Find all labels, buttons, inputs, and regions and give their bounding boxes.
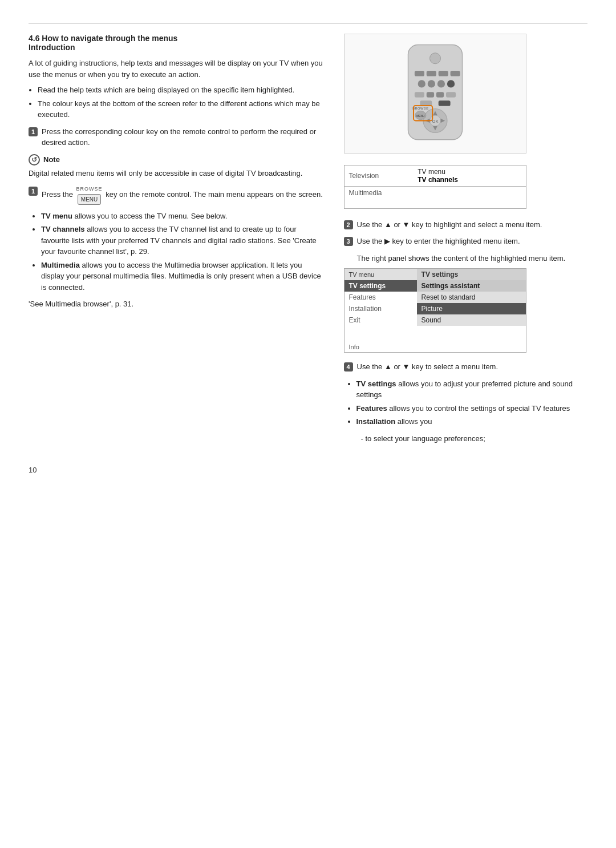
tv-settings-table: TV menu TV settings TV settings Settings… <box>344 268 526 353</box>
settings-row-1: Features Reset to standard <box>344 292 526 303</box>
menu-bullets: TV menu allows you to access the TV menu… <box>41 211 327 293</box>
page-number: 10 <box>29 466 587 474</box>
svg-rect-2 <box>414 71 424 76</box>
step-3b-text: The right panel shows the content of the… <box>357 253 588 264</box>
step-4-block: 4 Use the ▲ or ▼ key to select a menu it… <box>344 361 588 373</box>
svg-rect-5 <box>450 71 460 76</box>
settings-picture: Picture <box>417 303 526 314</box>
settings-row-0: TV settings Settings assistant <box>344 280 526 292</box>
step4-bullet-installation: Installation allows you <box>356 416 588 427</box>
svg-point-9 <box>447 80 454 87</box>
tv-menu-empty-row <box>344 199 526 208</box>
settings-reset: Reset to standard <box>417 292 526 303</box>
step-2-block: 2 Use the ▲ or ▼ key to highlight and se… <box>344 219 588 231</box>
step-1-text: Press the corresponding colour key on th… <box>42 126 327 148</box>
settings-installation: Installation <box>344 303 417 314</box>
remote-img-box: OK BROWSE MENU <box>344 34 526 154</box>
settings-row-2: Installation Picture <box>344 303 526 314</box>
step-1b-text: Press the BROWSE MENU key on the remote … <box>42 185 323 205</box>
note-header: ↺ Note <box>29 154 327 165</box>
settings-assistant: Settings assistant <box>417 280 526 292</box>
top-divider <box>29 23 587 23</box>
step-1-num: 1 <box>29 127 38 136</box>
settings-tv-settings: TV settings <box>344 280 417 292</box>
step4-bullet-features: Features allows you to control the setti… <box>356 403 588 414</box>
svg-rect-10 <box>414 92 424 98</box>
intro-bullets: Read the help texts which are being disp… <box>38 84 327 120</box>
settings-sound: Sound <box>417 314 526 326</box>
note-label: Note <box>43 155 60 164</box>
settings-row-4 <box>344 326 526 334</box>
note-block: ↺ Note Digital related menu items will o… <box>29 154 327 179</box>
tv-menu-header-row: Television TV menu TV channels <box>344 165 526 187</box>
menu-key-inline: BROWSE MENU <box>76 185 103 205</box>
svg-rect-13 <box>446 92 456 98</box>
right-column: OK BROWSE MENU Telev <box>344 34 588 449</box>
remote-svg: OK BROWSE MENU <box>384 39 487 148</box>
svg-rect-15 <box>438 100 450 106</box>
svg-text:MENU: MENU <box>416 115 425 118</box>
svg-rect-4 <box>438 71 448 76</box>
tv-menu-row2: Multimedia <box>344 187 526 200</box>
menu-bullet-tv: TV menu allows you to access the TV menu… <box>41 211 327 222</box>
settings-info: Info <box>344 342 417 353</box>
settings-col1-header: TV menu <box>344 269 417 281</box>
note-icon: ↺ <box>29 154 40 165</box>
page-container: 4.6 How to navigate through the menus In… <box>29 23 587 474</box>
svg-rect-11 <box>426 92 433 98</box>
step-1b-block: 1 Press the BROWSE MENU key on the remot… <box>29 185 327 205</box>
menu-key-box: MENU <box>78 194 101 205</box>
svg-rect-3 <box>426 71 436 76</box>
multimedia-note: 'See Multimedia browser', p. 31. <box>29 298 327 310</box>
tv-menu-multimedia-right <box>413 187 526 200</box>
svg-text:OK: OK <box>432 119 438 124</box>
step-2-num: 2 <box>344 220 353 229</box>
step-1b-num: 1 <box>29 187 38 196</box>
settings-exit: Exit <box>344 314 417 326</box>
step4-bullet-tv-settings: TV settings allows you to adjust your pr… <box>356 378 588 401</box>
settings-row-3: Exit Sound <box>344 314 526 326</box>
left-column: 4.6 How to navigate through the menus In… <box>29 34 327 449</box>
settings-row-5 <box>344 334 526 342</box>
step-1-block: 1 Press the corresponding colour key on … <box>29 126 327 148</box>
step-3-block: 3 Use the ▶ key to enter the highlighted… <box>344 236 588 247</box>
step-2-text: Use the ▲ or ▼ key to highlight and sele… <box>357 219 542 231</box>
tv-menu-multimedia: Multimedia <box>344 187 413 200</box>
tv-menu-table: Television TV menu TV channels Multimedi… <box>344 165 526 209</box>
tv-menu-col1-header: Television <box>344 165 413 187</box>
two-column-layout: 4.6 How to navigate through the menus In… <box>29 34 587 449</box>
svg-text:BROWSE: BROWSE <box>412 107 428 110</box>
settings-col2-header: TV settings <box>417 269 526 281</box>
step-4-text: Use the ▲ or ▼ key to select a menu item… <box>357 361 499 373</box>
settings-row-info: Info <box>344 342 526 353</box>
svg-point-1 <box>429 53 440 64</box>
bullet-2: The colour keys at the bottom of the scr… <box>38 98 327 120</box>
svg-point-6 <box>418 80 425 87</box>
step4-bullets: TV settings allows you to adjust your pr… <box>356 378 588 427</box>
menu-bullet-channels: TV channels allows you to access the TV … <box>41 224 327 257</box>
intro-paragraph: A lot of guiding instructions, help text… <box>29 58 327 80</box>
note-text: Digital related menu items will only be … <box>29 168 327 179</box>
bullet-1: Read the help texts which are being disp… <box>38 84 327 96</box>
step-3-text: Use the ▶ key to enter the highlighted m… <box>357 236 520 247</box>
tv-menu-col2-header: TV menu TV channels <box>413 165 526 187</box>
svg-rect-12 <box>436 92 443 98</box>
svg-point-7 <box>427 80 435 87</box>
installation-sub: - to select your language preferences; <box>361 433 588 445</box>
menu-bullet-multimedia: Multimedia allows you to access the Mult… <box>41 260 327 293</box>
svg-point-8 <box>437 80 444 87</box>
settings-header-row: TV menu TV settings <box>344 269 526 281</box>
section-title: 4.6 How to navigate through the menus In… <box>29 34 327 52</box>
settings-features: Features <box>344 292 417 303</box>
step-3-num: 3 <box>344 237 353 246</box>
step-4-num: 4 <box>344 362 353 371</box>
